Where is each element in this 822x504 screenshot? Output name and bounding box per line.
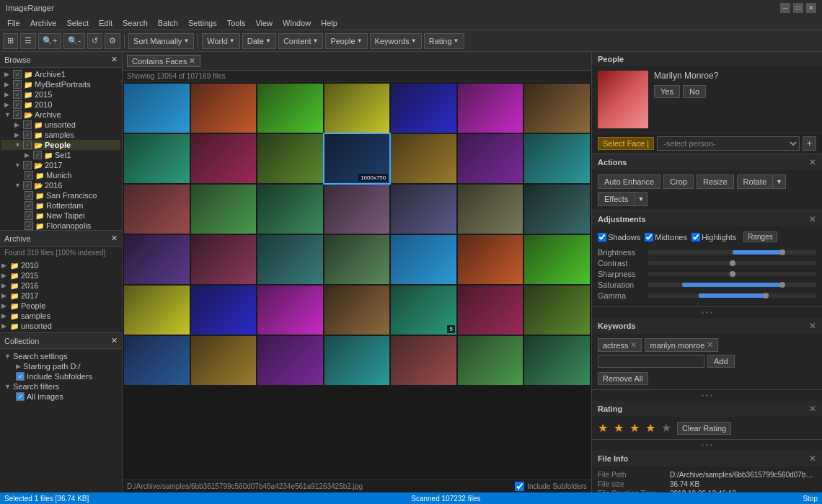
saturation-slider[interactable] xyxy=(648,283,816,287)
sharpness-slider[interactable] xyxy=(648,272,816,276)
thumbnail[interactable] xyxy=(191,336,257,385)
ranges-button[interactable]: Ranges xyxy=(743,231,777,242)
tree-arrow[interactable]: ▶ xyxy=(1,262,9,269)
thumbnail[interactable] xyxy=(324,336,390,385)
tree-checkbox[interactable]: ✓ xyxy=(25,211,33,220)
thumbnail[interactable] xyxy=(458,134,523,183)
midtones-checkbox-label[interactable]: Midtones xyxy=(645,233,687,242)
maximize-button[interactable]: □ xyxy=(793,3,803,13)
tree-arrow[interactable]: ▶ xyxy=(4,71,12,78)
brightness-handle[interactable] xyxy=(779,249,785,255)
thumbnail-selected[interactable]: 1000x750 xyxy=(324,134,390,183)
effects-dropdown-button[interactable]: ▼ xyxy=(634,192,648,206)
settings-button[interactable]: ⚙ xyxy=(105,33,120,49)
tree-arrow[interactable]: ▶ xyxy=(14,131,22,138)
tree-arrow[interactable]: ▼ xyxy=(14,141,22,149)
tree-checkbox[interactable]: ✓ xyxy=(13,90,22,99)
star-4[interactable]: ★ xyxy=(645,421,655,435)
menu-batch[interactable]: Batch xyxy=(154,17,182,29)
tree-checkbox[interactable]: ✓ xyxy=(23,141,32,149)
tree-item-mybestportraits[interactable]: ▶ ✓ 📁 MyBestPortraits xyxy=(1,79,120,89)
world-filter[interactable]: World xyxy=(202,33,239,49)
tree-checkbox[interactable]: ✓ xyxy=(13,100,22,109)
thumbnail[interactable] xyxy=(191,235,257,284)
thumbnail[interactable] xyxy=(324,84,390,133)
thumbnail[interactable] xyxy=(191,84,257,133)
tree-checkbox[interactable]: ✓ xyxy=(23,131,32,139)
gamma-handle[interactable] xyxy=(763,293,769,299)
include-subfolders-checkbox[interactable]: ✓ xyxy=(16,372,25,381)
refresh-button[interactable]: ↺ xyxy=(87,33,102,49)
menu-archive[interactable]: Archive xyxy=(26,17,61,29)
keyword-remove-button[interactable]: ✕ xyxy=(630,340,637,350)
thumbnail[interactable] xyxy=(257,286,323,335)
thumbnail[interactable] xyxy=(391,134,456,183)
date-filter[interactable]: Date xyxy=(242,33,276,49)
star-3[interactable]: ★ xyxy=(629,421,640,435)
auto-enhance-button[interactable]: Auto Enhance xyxy=(598,174,660,189)
tree-item-2010a[interactable]: ▶ ✓ 📁 2010 xyxy=(1,100,120,110)
adjustments-close[interactable]: ✕ xyxy=(809,214,816,224)
resize-button[interactable]: Resize xyxy=(697,174,734,189)
thumbnail[interactable] xyxy=(524,235,590,284)
menu-search[interactable]: Search xyxy=(118,17,152,29)
rotate-dropdown-button[interactable]: ▼ xyxy=(772,174,786,189)
thumbnail[interactable] xyxy=(191,185,257,234)
archive-item-2017[interactable]: ▶ 📁 2017 xyxy=(1,291,120,301)
tree-arrow[interactable]: ▶ xyxy=(14,121,22,128)
thumbnail[interactable] xyxy=(324,286,390,335)
star-1[interactable]: ★ xyxy=(598,421,608,435)
yes-button[interactable]: Yes xyxy=(654,85,680,98)
add-keyword-button[interactable]: Add xyxy=(707,355,735,368)
thumbnail[interactable] xyxy=(391,235,456,284)
tree-item-set1[interactable]: ▶ ✓ 📁 Set1 xyxy=(1,150,120,160)
archive-item-people[interactable]: ▶ 📁 People xyxy=(1,301,120,311)
archive-close[interactable]: ✕ xyxy=(111,234,118,243)
thumbnail[interactable] xyxy=(391,336,456,385)
menu-view[interactable]: View xyxy=(251,17,277,29)
archive-item-2010[interactable]: ▶ 📁 2010 xyxy=(1,260,120,270)
thumbnail[interactable] xyxy=(524,336,590,385)
thumbnail[interactable] xyxy=(324,185,390,234)
include-subfolders-bottom-checkbox[interactable] xyxy=(515,482,524,491)
thumbnail[interactable] xyxy=(257,134,323,183)
thumbnail[interactable] xyxy=(524,84,590,133)
no-button[interactable]: No xyxy=(683,85,706,98)
tree-item-people[interactable]: ▼ ✓ 📂 People xyxy=(1,140,120,150)
tree-arrow[interactable]: ▶ xyxy=(1,272,9,279)
thumbnail[interactable] xyxy=(391,84,456,133)
select-face-button[interactable]: Select Face | xyxy=(598,137,654,150)
include-subfolders-row[interactable]: ✓ Include Subfolders xyxy=(4,372,118,381)
people-filter[interactable]: People xyxy=(325,33,367,49)
keyword-input[interactable] xyxy=(598,355,704,368)
file-info-close[interactable]: ✕ xyxy=(809,454,816,464)
menu-settings[interactable]: Settings xyxy=(184,17,221,29)
thumbnail[interactable] xyxy=(257,185,323,234)
thumbnail[interactable] xyxy=(124,84,190,133)
crop-button[interactable]: Crop xyxy=(663,174,694,189)
archive-item-2016[interactable]: ▶ 📁 2016 xyxy=(1,280,120,291)
tree-checkbox[interactable]: ✓ xyxy=(13,110,22,119)
rotate-button[interactable]: Rotate xyxy=(737,174,772,189)
tree-arrow[interactable]: ▶ xyxy=(4,81,12,88)
contrast-slider[interactable] xyxy=(648,261,816,265)
menu-select[interactable]: Select xyxy=(62,17,93,29)
thumbnail[interactable] xyxy=(257,235,323,284)
thumbnail[interactable] xyxy=(524,185,590,234)
archive-item-samples[interactable]: ▶ 📁 samples xyxy=(1,311,120,321)
sharpness-handle[interactable] xyxy=(730,271,735,277)
tree-arrow[interactable]: ▶ xyxy=(1,282,9,289)
thumbnail[interactable] xyxy=(124,286,190,335)
thumbnail[interactable] xyxy=(458,336,523,385)
tree-checkbox[interactable]: ✓ xyxy=(25,221,33,230)
brightness-slider[interactable] xyxy=(648,250,816,255)
thumbnail[interactable] xyxy=(191,286,257,335)
gamma-slider[interactable] xyxy=(648,293,816,298)
rating-close[interactable]: ✕ xyxy=(809,404,816,414)
highlights-checkbox[interactable] xyxy=(691,233,700,242)
minimize-button[interactable]: ─ xyxy=(780,3,790,13)
close-button[interactable]: ✕ xyxy=(806,3,816,13)
tree-arrow[interactable]: ▶ xyxy=(25,151,32,159)
keyword-remove-button[interactable]: ✕ xyxy=(707,340,713,350)
tree-item-2015a[interactable]: ▶ ✓ 📁 2015 xyxy=(1,89,120,100)
